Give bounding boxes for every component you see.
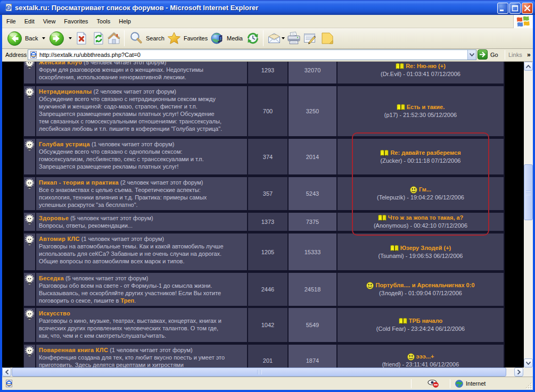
back-dropdown[interactable] [42, 37, 45, 39]
scroll-right-button[interactable] [514, 368, 523, 377]
forum-title-cell: Беседка (5 человек читает этот форум) Ра… [36, 273, 247, 306]
menu-tools[interactable]: Tools [93, 16, 115, 27]
posts-count: 24518 [304, 286, 321, 293]
media-button[interactable]: Media [210, 28, 243, 48]
lastpost-date: (Tsunami) - 19:06:53 06/12/2006 [378, 252, 463, 260]
horizontal-scrollbar[interactable] [2, 368, 524, 377]
menu-edit[interactable]: Edit [20, 16, 39, 27]
scroll-up-button[interactable] [524, 62, 533, 71]
discuss-button[interactable] [320, 28, 334, 48]
browser-window: sextalk.ru: Просматривает список форумов… [0, 0, 535, 392]
search-button[interactable]: Search [129, 28, 164, 48]
links-chevron[interactable]: » [527, 51, 530, 59]
privacy-icon [427, 379, 439, 388]
menu-view[interactable]: View [39, 16, 60, 27]
media-label: Media [227, 35, 243, 41]
posts-count: 1874 [306, 357, 319, 364]
home-icon [106, 31, 121, 45]
chevron-up-icon [526, 65, 531, 68]
forum-link[interactable]: Пикап - теория и практика [39, 179, 119, 186]
topics-count: 1205 [261, 249, 274, 255]
search-icon [129, 31, 143, 45]
topics-count: 1042 [261, 322, 274, 328]
forum-desc-link[interactable]: Треп [120, 297, 134, 304]
forum-status-cell [24, 62, 35, 84]
forum-title-cell: Искусство Разговоры о кино, музыке, теат… [36, 308, 247, 342]
lastpost-link[interactable]: Есть и такие. [407, 103, 445, 111]
go-button[interactable]: Go [478, 49, 498, 60]
posts-count: 3250 [306, 108, 319, 114]
mail-dropdown[interactable] [282, 37, 285, 39]
lastpost-link[interactable]: ТРБ начало [409, 317, 443, 325]
address-input[interactable]: http://sextalk.ru/ubbthreads.php?Cat=0 [28, 49, 476, 60]
posts-count: 5549 [306, 322, 319, 328]
search-label: Search [146, 35, 164, 41]
forum-status-cell [24, 177, 35, 210]
forum-link[interactable]: Здоровье [39, 215, 69, 221]
forum-row: Поваренная книга КЛС (1 человек читает э… [24, 345, 504, 368]
lastpost-date: (Cold Fear) - 23:24:24 06/12/2006 [376, 325, 465, 333]
lightbulb-icon [24, 88, 35, 98]
links-label[interactable]: Links [508, 52, 522, 58]
forum-status-cell [24, 308, 35, 342]
forum-readers: (1 человек читает этот форум) [110, 347, 192, 353]
menu-favorites[interactable]: Favorites [60, 16, 92, 27]
lightbulb-icon [24, 235, 35, 246]
edit-button[interactable] [302, 28, 317, 48]
maximize-button[interactable] [509, 3, 521, 14]
go-label: Go [490, 52, 498, 58]
back-button[interactable]: Back [7, 28, 45, 48]
forum-topics-cell: 201 [248, 345, 287, 368]
history-button[interactable] [246, 28, 260, 48]
forum-topics-cell: 374 [248, 139, 287, 174]
toolbar: Back [2, 28, 533, 49]
forum-link[interactable]: Искусство [39, 310, 70, 316]
favorites-button[interactable]: Favorites [167, 28, 208, 48]
forum-link[interactable]: Голубая устрица [39, 141, 90, 147]
scroll-left-button[interactable] [2, 368, 11, 377]
menu-help[interactable]: Help [114, 16, 135, 27]
forum-link[interactable]: Нетрадиционалы [39, 88, 92, 95]
lastpost-link[interactable]: Юзеру Злодей (+) [400, 244, 451, 252]
forum-title-cell: Поваренная книга КЛС (1 человек читает э… [36, 345, 247, 368]
address-dropdown[interactable] [467, 50, 476, 60]
forward-dropdown[interactable] [69, 37, 72, 39]
lightbulb-icon [24, 274, 35, 285]
lastpost-link[interactable]: эээ...+ [416, 353, 434, 361]
posts-count: 5243 [306, 190, 319, 197]
back-label: Back [25, 35, 38, 41]
home-button[interactable] [106, 28, 121, 48]
stop-button[interactable] [75, 28, 88, 48]
resize-grip[interactable] [525, 382, 532, 389]
lastpost-link[interactable]: Портубля.... и Арсенальчигнах 0:0 [375, 281, 474, 289]
forum-posts-cell: 2014 [289, 139, 336, 174]
print-icon [286, 31, 301, 45]
forum-status-cell [24, 233, 35, 270]
refresh-button[interactable] [92, 28, 105, 48]
horizontal-scroll-thumb[interactable] [12, 368, 506, 377]
forum-link[interactable]: Беседка [39, 275, 64, 281]
vertical-scrollbar[interactable] [524, 62, 533, 368]
history-icon [246, 31, 260, 45]
forum-link[interactable]: Поваренная книга КЛС [39, 347, 108, 353]
vertical-scroll-thumb[interactable] [524, 164, 533, 220]
topics-count: 1373 [261, 219, 274, 225]
windows-flag-icon [513, 15, 533, 28]
forum-readers: (1 человек читает этот форум) [81, 236, 164, 242]
forum-link[interactable]: Автомир КЛС [39, 236, 80, 242]
lastpost-link[interactable]: Re: Ню-ню (+) [406, 62, 446, 70]
mail-button[interactable] [267, 28, 285, 48]
forward-button[interactable] [49, 28, 72, 48]
forum-readers: (2 человек читает этот форум) [94, 88, 176, 95]
scroll-down-button[interactable] [524, 358, 533, 368]
forum-posts-cell: 3250 [289, 86, 336, 136]
maximize-icon [510, 3, 520, 13]
forum-title-cell: Здоровье (5 человек читает этот форум) В… [36, 213, 247, 231]
menu-file[interactable]: File [2, 16, 20, 27]
forum-description: Все о знакомствах с целью съема. Теорети… [39, 186, 246, 208]
close-button[interactable] [522, 3, 533, 14]
minimize-button[interactable] [497, 3, 508, 14]
print-button[interactable] [286, 28, 301, 48]
ie-app-icon [4, 3, 13, 12]
forum-link[interactable]: Женский Клуб [39, 62, 82, 65]
